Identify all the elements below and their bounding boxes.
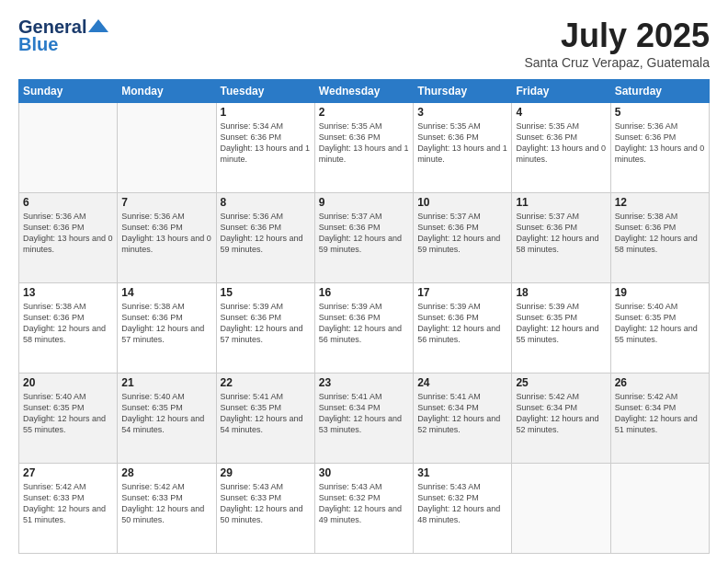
header: General Blue July 2025 Santa Cruz Verapa…	[18, 17, 710, 70]
day-cell: 28Sunrise: 5:42 AMSunset: 6:33 PMDayligh…	[118, 464, 216, 554]
day-info: Sunrise: 5:35 AMSunset: 6:36 PMDaylight:…	[417, 121, 507, 166]
day-number: 24	[417, 376, 507, 389]
day-info: Sunrise: 5:37 AMSunset: 6:36 PMDaylight:…	[417, 211, 507, 256]
col-tuesday: Tuesday	[216, 80, 314, 103]
day-cell: 25Sunrise: 5:42 AMSunset: 6:34 PMDayligh…	[512, 373, 610, 464]
day-info: Sunrise: 5:42 AMSunset: 6:33 PMDaylight:…	[23, 481, 113, 526]
col-sunday: Sunday	[19, 80, 118, 103]
day-cell: 11Sunrise: 5:37 AMSunset: 6:36 PMDayligh…	[512, 193, 610, 283]
day-info: Sunrise: 5:39 AMSunset: 6:36 PMDaylight:…	[221, 301, 311, 346]
location: Santa Cruz Verapaz, Guatemala	[524, 55, 710, 70]
day-cell: 15Sunrise: 5:39 AMSunset: 6:36 PMDayligh…	[216, 283, 314, 373]
day-info: Sunrise: 5:37 AMSunset: 6:36 PMDaylight:…	[516, 211, 606, 256]
day-number: 15	[221, 286, 311, 299]
day-number: 5	[615, 106, 705, 119]
day-number: 7	[121, 196, 211, 209]
week-row-1: 1Sunrise: 5:34 AMSunset: 6:36 PMDaylight…	[19, 103, 710, 193]
logo-blue: Blue	[18, 34, 108, 55]
day-info: Sunrise: 5:40 AMSunset: 6:35 PMDaylight:…	[121, 391, 211, 436]
day-info: Sunrise: 5:39 AMSunset: 6:35 PMDaylight:…	[516, 301, 606, 346]
day-cell: 4Sunrise: 5:35 AMSunset: 6:36 PMDaylight…	[512, 103, 610, 193]
day-number: 10	[417, 196, 507, 209]
day-number: 11	[516, 196, 606, 209]
day-info: Sunrise: 5:36 AMSunset: 6:36 PMDaylight:…	[221, 211, 311, 256]
day-number: 8	[221, 196, 311, 209]
day-cell: 21Sunrise: 5:40 AMSunset: 6:35 PMDayligh…	[118, 373, 216, 464]
day-cell: 26Sunrise: 5:42 AMSunset: 6:34 PMDayligh…	[610, 373, 709, 464]
day-cell: 24Sunrise: 5:41 AMSunset: 6:34 PMDayligh…	[414, 373, 512, 464]
week-row-5: 27Sunrise: 5:42 AMSunset: 6:33 PMDayligh…	[19, 464, 710, 554]
day-info: Sunrise: 5:43 AMSunset: 6:32 PMDaylight:…	[417, 481, 507, 526]
day-number: 4	[516, 106, 606, 119]
day-number: 27	[23, 466, 113, 479]
day-cell: 20Sunrise: 5:40 AMSunset: 6:35 PMDayligh…	[19, 373, 118, 464]
day-number: 21	[121, 376, 211, 389]
day-cell: 12Sunrise: 5:38 AMSunset: 6:36 PMDayligh…	[610, 193, 709, 283]
day-cell: 14Sunrise: 5:38 AMSunset: 6:36 PMDayligh…	[118, 283, 216, 373]
day-cell	[512, 464, 610, 554]
day-info: Sunrise: 5:37 AMSunset: 6:36 PMDaylight:…	[319, 211, 409, 256]
day-info: Sunrise: 5:35 AMSunset: 6:36 PMDaylight:…	[319, 121, 409, 166]
day-number: 30	[319, 466, 409, 479]
day-info: Sunrise: 5:38 AMSunset: 6:36 PMDaylight:…	[615, 211, 705, 256]
calendar-table: Sunday Monday Tuesday Wednesday Thursday…	[18, 79, 710, 554]
day-cell: 7Sunrise: 5:36 AMSunset: 6:36 PMDaylight…	[118, 193, 216, 283]
day-cell: 2Sunrise: 5:35 AMSunset: 6:36 PMDaylight…	[314, 103, 413, 193]
day-cell: 13Sunrise: 5:38 AMSunset: 6:36 PMDayligh…	[19, 283, 118, 373]
day-info: Sunrise: 5:42 AMSunset: 6:34 PMDaylight:…	[615, 391, 705, 436]
day-info: Sunrise: 5:42 AMSunset: 6:33 PMDaylight:…	[121, 481, 211, 526]
day-cell: 5Sunrise: 5:36 AMSunset: 6:36 PMDaylight…	[610, 103, 709, 193]
day-cell: 1Sunrise: 5:34 AMSunset: 6:36 PMDaylight…	[216, 103, 314, 193]
day-cell: 22Sunrise: 5:41 AMSunset: 6:35 PMDayligh…	[216, 373, 314, 464]
day-info: Sunrise: 5:36 AMSunset: 6:36 PMDaylight:…	[615, 121, 705, 166]
col-wednesday: Wednesday	[314, 80, 413, 103]
day-cell: 8Sunrise: 5:36 AMSunset: 6:36 PMDaylight…	[216, 193, 314, 283]
day-info: Sunrise: 5:39 AMSunset: 6:36 PMDaylight:…	[417, 301, 507, 346]
day-info: Sunrise: 5:36 AMSunset: 6:36 PMDaylight:…	[121, 211, 211, 256]
col-friday: Friday	[512, 80, 610, 103]
day-info: Sunrise: 5:36 AMSunset: 6:36 PMDaylight:…	[23, 211, 113, 256]
day-number: 14	[121, 286, 211, 299]
day-number: 28	[121, 466, 211, 479]
day-number: 6	[23, 196, 113, 209]
logo-icon	[88, 16, 108, 36]
week-row-2: 6Sunrise: 5:36 AMSunset: 6:36 PMDaylight…	[19, 193, 710, 283]
day-info: Sunrise: 5:43 AMSunset: 6:33 PMDaylight:…	[221, 481, 311, 526]
day-info: Sunrise: 5:38 AMSunset: 6:36 PMDaylight:…	[121, 301, 211, 346]
col-monday: Monday	[118, 80, 216, 103]
day-number: 20	[23, 376, 113, 389]
day-number: 29	[221, 466, 311, 479]
day-number: 2	[319, 106, 409, 119]
day-info: Sunrise: 5:39 AMSunset: 6:36 PMDaylight:…	[319, 301, 409, 346]
day-number: 22	[221, 376, 311, 389]
day-number: 18	[516, 286, 606, 299]
day-cell: 17Sunrise: 5:39 AMSunset: 6:36 PMDayligh…	[414, 283, 512, 373]
day-cell: 10Sunrise: 5:37 AMSunset: 6:36 PMDayligh…	[414, 193, 512, 283]
day-info: Sunrise: 5:41 AMSunset: 6:34 PMDaylight:…	[319, 391, 409, 436]
day-number: 23	[319, 376, 409, 389]
day-number: 25	[516, 376, 606, 389]
week-row-3: 13Sunrise: 5:38 AMSunset: 6:36 PMDayligh…	[19, 283, 710, 373]
day-cell: 27Sunrise: 5:42 AMSunset: 6:33 PMDayligh…	[19, 464, 118, 554]
day-number: 9	[319, 196, 409, 209]
day-info: Sunrise: 5:43 AMSunset: 6:32 PMDaylight:…	[319, 481, 409, 526]
day-info: Sunrise: 5:38 AMSunset: 6:36 PMDaylight:…	[23, 301, 113, 346]
day-cell	[19, 103, 118, 193]
day-info: Sunrise: 5:41 AMSunset: 6:34 PMDaylight:…	[417, 391, 507, 436]
col-saturday: Saturday	[610, 80, 709, 103]
day-number: 26	[615, 376, 705, 389]
day-info: Sunrise: 5:41 AMSunset: 6:35 PMDaylight:…	[221, 391, 311, 436]
svg-marker-0	[88, 19, 108, 32]
day-number: 19	[615, 286, 705, 299]
month-title: July 2025	[524, 17, 710, 55]
calendar-page: General Blue July 2025 Santa Cruz Verapa…	[0, 0, 728, 563]
title-block: July 2025 Santa Cruz Verapaz, Guatemala	[524, 17, 710, 70]
day-cell: 19Sunrise: 5:40 AMSunset: 6:35 PMDayligh…	[610, 283, 709, 373]
day-number: 12	[615, 196, 705, 209]
day-cell	[118, 103, 216, 193]
day-cell: 29Sunrise: 5:43 AMSunset: 6:33 PMDayligh…	[216, 464, 314, 554]
day-cell: 30Sunrise: 5:43 AMSunset: 6:32 PMDayligh…	[314, 464, 413, 554]
day-info: Sunrise: 5:42 AMSunset: 6:34 PMDaylight:…	[516, 391, 606, 436]
day-info: Sunrise: 5:34 AMSunset: 6:36 PMDaylight:…	[221, 121, 311, 166]
day-number: 3	[417, 106, 507, 119]
